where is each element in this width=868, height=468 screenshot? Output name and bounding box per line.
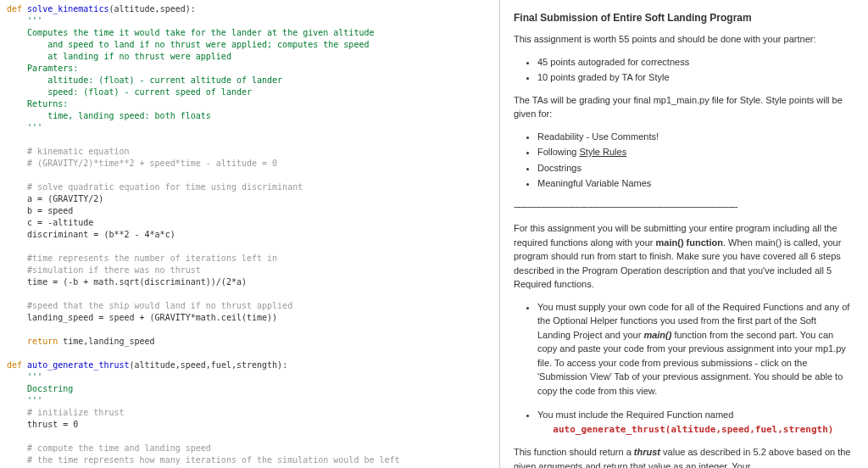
code-editor-pane[interactable]: def solve_kinematics(altitude,speed): ''… — [0, 0, 500, 468]
style-rules-link[interactable]: Style Rules — [580, 147, 627, 157]
main-para: For this assignment you will be submitti… — [514, 221, 851, 292]
intro-text: This assignment is worth 55 points and s… — [514, 32, 851, 47]
style-intro: The TAs will be grading your final mp1_m… — [514, 93, 851, 121]
list-item: 45 points autograded for correctness — [537, 55, 851, 70]
points-list: 45 points autograded for correctness 10 … — [514, 55, 851, 85]
req-list: You must supply your own code for all of… — [514, 300, 851, 437]
page-title: Final Submission of Entire Soft Landing … — [514, 12, 851, 24]
list-item: Docstrings — [537, 161, 851, 176]
list-item: Meaningful Variable Names — [537, 176, 851, 191]
list-item: Following Style Rules — [537, 145, 851, 159]
list-item: 10 points graded by TA for Style — [537, 70, 851, 85]
list-item: Readability - Use Comments! — [537, 130, 851, 144]
code-content[interactable]: def solve_kinematics(altitude,speed): ''… — [0, 0, 499, 468]
list-item: You must supply your own code for all of… — [537, 300, 851, 398]
divider: ----------------------------------------… — [514, 199, 851, 214]
code-func-name: auto_generate_thrust(altitude,speed,fuel… — [553, 424, 833, 435]
list-item: You must include the Required Function n… — [537, 408, 851, 437]
instructions-pane[interactable]: Final Submission of Entire Soft Landing … — [500, 0, 868, 468]
thrust-para: This function should return a thrust val… — [514, 445, 851, 468]
style-list: Readability - Use Comments! Following St… — [514, 130, 851, 191]
